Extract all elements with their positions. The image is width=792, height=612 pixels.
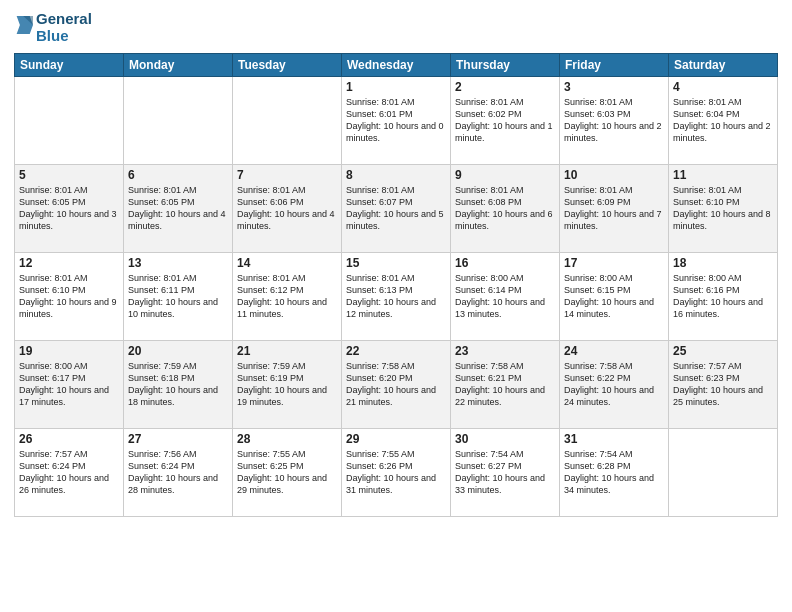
- calendar-cell: 13Sunrise: 8:01 AMSunset: 6:11 PMDayligh…: [124, 252, 233, 340]
- day-number: 5: [19, 168, 119, 182]
- calendar-week-5: 26Sunrise: 7:57 AMSunset: 6:24 PMDayligh…: [15, 428, 778, 516]
- day-info: Sunrise: 7:58 AMSunset: 6:20 PMDaylight:…: [346, 360, 446, 409]
- calendar-cell: 7Sunrise: 8:01 AMSunset: 6:06 PMDaylight…: [233, 164, 342, 252]
- calendar-week-3: 12Sunrise: 8:01 AMSunset: 6:10 PMDayligh…: [15, 252, 778, 340]
- day-info: Sunrise: 8:01 AMSunset: 6:02 PMDaylight:…: [455, 96, 555, 145]
- day-number: 1: [346, 80, 446, 94]
- day-number: 7: [237, 168, 337, 182]
- calendar-cell: 6Sunrise: 8:01 AMSunset: 6:05 PMDaylight…: [124, 164, 233, 252]
- day-info: Sunrise: 8:01 AMSunset: 6:10 PMDaylight:…: [673, 184, 773, 233]
- calendar-cell: 29Sunrise: 7:55 AMSunset: 6:26 PMDayligh…: [342, 428, 451, 516]
- day-info: Sunrise: 8:01 AMSunset: 6:03 PMDaylight:…: [564, 96, 664, 145]
- calendar-cell: 3Sunrise: 8:01 AMSunset: 6:03 PMDaylight…: [560, 76, 669, 164]
- logo-icon: [15, 14, 33, 36]
- day-number: 9: [455, 168, 555, 182]
- calendar-cell: 5Sunrise: 8:01 AMSunset: 6:05 PMDaylight…: [15, 164, 124, 252]
- day-number: 18: [673, 256, 773, 270]
- calendar-cell: 4Sunrise: 8:01 AMSunset: 6:04 PMDaylight…: [669, 76, 778, 164]
- calendar-cell: 2Sunrise: 8:01 AMSunset: 6:02 PMDaylight…: [451, 76, 560, 164]
- calendar-cell: [669, 428, 778, 516]
- calendar-week-2: 5Sunrise: 8:01 AMSunset: 6:05 PMDaylight…: [15, 164, 778, 252]
- weekday-tuesday: Tuesday: [233, 53, 342, 76]
- calendar-cell: 9Sunrise: 8:01 AMSunset: 6:08 PMDaylight…: [451, 164, 560, 252]
- day-number: 16: [455, 256, 555, 270]
- day-number: 10: [564, 168, 664, 182]
- header: General Blue: [14, 10, 778, 45]
- weekday-wednesday: Wednesday: [342, 53, 451, 76]
- day-number: 15: [346, 256, 446, 270]
- calendar-cell: 1Sunrise: 8:01 AMSunset: 6:01 PMDaylight…: [342, 76, 451, 164]
- day-info: Sunrise: 8:00 AMSunset: 6:17 PMDaylight:…: [19, 360, 119, 409]
- calendar-cell: 26Sunrise: 7:57 AMSunset: 6:24 PMDayligh…: [15, 428, 124, 516]
- calendar-cell: 16Sunrise: 8:00 AMSunset: 6:14 PMDayligh…: [451, 252, 560, 340]
- day-number: 30: [455, 432, 555, 446]
- calendar-cell: 14Sunrise: 8:01 AMSunset: 6:12 PMDayligh…: [233, 252, 342, 340]
- day-info: Sunrise: 8:01 AMSunset: 6:07 PMDaylight:…: [346, 184, 446, 233]
- day-info: Sunrise: 7:57 AMSunset: 6:23 PMDaylight:…: [673, 360, 773, 409]
- day-info: Sunrise: 8:01 AMSunset: 6:05 PMDaylight:…: [128, 184, 228, 233]
- day-info: Sunrise: 8:01 AMSunset: 6:13 PMDaylight:…: [346, 272, 446, 321]
- day-info: Sunrise: 7:58 AMSunset: 6:22 PMDaylight:…: [564, 360, 664, 409]
- day-info: Sunrise: 7:58 AMSunset: 6:21 PMDaylight:…: [455, 360, 555, 409]
- calendar-cell: 12Sunrise: 8:01 AMSunset: 6:10 PMDayligh…: [15, 252, 124, 340]
- day-number: 12: [19, 256, 119, 270]
- calendar-cell: 28Sunrise: 7:55 AMSunset: 6:25 PMDayligh…: [233, 428, 342, 516]
- day-info: Sunrise: 8:01 AMSunset: 6:10 PMDaylight:…: [19, 272, 119, 321]
- day-info: Sunrise: 8:00 AMSunset: 6:14 PMDaylight:…: [455, 272, 555, 321]
- day-info: Sunrise: 7:57 AMSunset: 6:24 PMDaylight:…: [19, 448, 119, 497]
- weekday-thursday: Thursday: [451, 53, 560, 76]
- calendar-cell: 21Sunrise: 7:59 AMSunset: 6:19 PMDayligh…: [233, 340, 342, 428]
- day-number: 22: [346, 344, 446, 358]
- day-info: Sunrise: 8:01 AMSunset: 6:11 PMDaylight:…: [128, 272, 228, 321]
- day-number: 26: [19, 432, 119, 446]
- weekday-header-row: SundayMondayTuesdayWednesdayThursdayFrid…: [15, 53, 778, 76]
- calendar-cell: 24Sunrise: 7:58 AMSunset: 6:22 PMDayligh…: [560, 340, 669, 428]
- calendar-cell: 8Sunrise: 8:01 AMSunset: 6:07 PMDaylight…: [342, 164, 451, 252]
- day-info: Sunrise: 7:55 AMSunset: 6:26 PMDaylight:…: [346, 448, 446, 497]
- calendar-cell: 15Sunrise: 8:01 AMSunset: 6:13 PMDayligh…: [342, 252, 451, 340]
- day-number: 19: [19, 344, 119, 358]
- logo: General Blue: [14, 10, 92, 45]
- calendar-cell: 30Sunrise: 7:54 AMSunset: 6:27 PMDayligh…: [451, 428, 560, 516]
- day-info: Sunrise: 7:59 AMSunset: 6:19 PMDaylight:…: [237, 360, 337, 409]
- day-info: Sunrise: 7:56 AMSunset: 6:24 PMDaylight:…: [128, 448, 228, 497]
- calendar-table: SundayMondayTuesdayWednesdayThursdayFrid…: [14, 53, 778, 517]
- calendar-cell: 18Sunrise: 8:00 AMSunset: 6:16 PMDayligh…: [669, 252, 778, 340]
- calendar-week-4: 19Sunrise: 8:00 AMSunset: 6:17 PMDayligh…: [15, 340, 778, 428]
- day-info: Sunrise: 8:01 AMSunset: 6:12 PMDaylight:…: [237, 272, 337, 321]
- day-info: Sunrise: 8:00 AMSunset: 6:16 PMDaylight:…: [673, 272, 773, 321]
- calendar-cell: [233, 76, 342, 164]
- day-number: 29: [346, 432, 446, 446]
- day-info: Sunrise: 7:55 AMSunset: 6:25 PMDaylight:…: [237, 448, 337, 497]
- calendar-cell: [124, 76, 233, 164]
- day-number: 8: [346, 168, 446, 182]
- calendar-cell: 23Sunrise: 7:58 AMSunset: 6:21 PMDayligh…: [451, 340, 560, 428]
- day-number: 24: [564, 344, 664, 358]
- day-info: Sunrise: 8:00 AMSunset: 6:15 PMDaylight:…: [564, 272, 664, 321]
- weekday-friday: Friday: [560, 53, 669, 76]
- day-number: 2: [455, 80, 555, 94]
- calendar-cell: 17Sunrise: 8:00 AMSunset: 6:15 PMDayligh…: [560, 252, 669, 340]
- calendar-cell: 25Sunrise: 7:57 AMSunset: 6:23 PMDayligh…: [669, 340, 778, 428]
- calendar-cell: 31Sunrise: 7:54 AMSunset: 6:28 PMDayligh…: [560, 428, 669, 516]
- day-info: Sunrise: 8:01 AMSunset: 6:09 PMDaylight:…: [564, 184, 664, 233]
- day-info: Sunrise: 7:54 AMSunset: 6:27 PMDaylight:…: [455, 448, 555, 497]
- day-number: 6: [128, 168, 228, 182]
- day-info: Sunrise: 8:01 AMSunset: 6:08 PMDaylight:…: [455, 184, 555, 233]
- day-number: 27: [128, 432, 228, 446]
- day-number: 25: [673, 344, 773, 358]
- calendar-cell: 19Sunrise: 8:00 AMSunset: 6:17 PMDayligh…: [15, 340, 124, 428]
- logo-line2: Blue: [36, 27, 92, 44]
- day-number: 4: [673, 80, 773, 94]
- day-info: Sunrise: 7:59 AMSunset: 6:18 PMDaylight:…: [128, 360, 228, 409]
- day-info: Sunrise: 8:01 AMSunset: 6:05 PMDaylight:…: [19, 184, 119, 233]
- weekday-saturday: Saturday: [669, 53, 778, 76]
- calendar-cell: 27Sunrise: 7:56 AMSunset: 6:24 PMDayligh…: [124, 428, 233, 516]
- day-number: 14: [237, 256, 337, 270]
- logo-line1: General: [36, 10, 92, 27]
- calendar-cell: 20Sunrise: 7:59 AMSunset: 6:18 PMDayligh…: [124, 340, 233, 428]
- calendar-week-1: 1Sunrise: 8:01 AMSunset: 6:01 PMDaylight…: [15, 76, 778, 164]
- calendar-cell: 22Sunrise: 7:58 AMSunset: 6:20 PMDayligh…: [342, 340, 451, 428]
- day-info: Sunrise: 8:01 AMSunset: 6:06 PMDaylight:…: [237, 184, 337, 233]
- day-info: Sunrise: 8:01 AMSunset: 6:04 PMDaylight:…: [673, 96, 773, 145]
